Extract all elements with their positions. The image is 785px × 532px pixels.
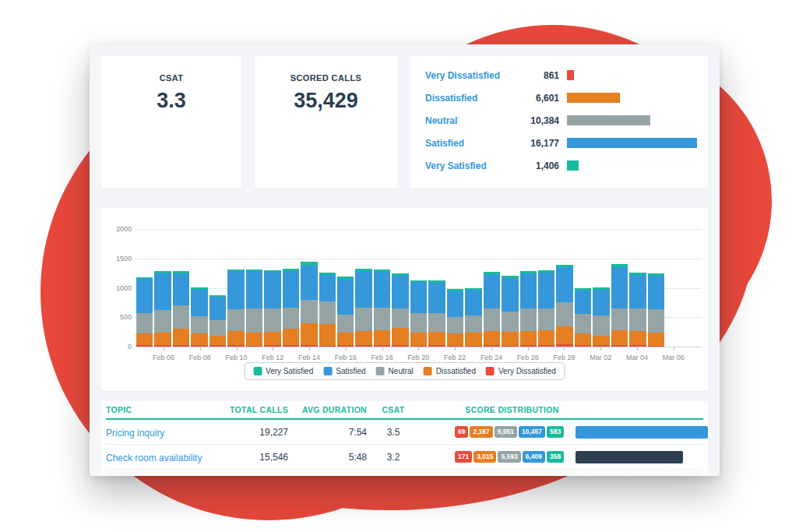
legend-swatch — [376, 367, 385, 375]
stacked-bar-feb-23[interactable] — [465, 288, 481, 347]
satisfaction-label-link[interactable]: Satisfied — [425, 138, 506, 149]
stacked-bar-mar-01[interactable] — [575, 288, 591, 347]
satisfaction-row: Dissatisfied6,601 — [425, 86, 699, 109]
satisfaction-label-link[interactable]: Dissatisfied — [425, 93, 506, 104]
stacked-bar-feb-27[interactable] — [538, 270, 554, 347]
legend-item-very-satisfied[interactable]: Very Satisfied — [253, 367, 313, 375]
legend-item-very-dissatisfied[interactable]: Very Dissatisfied — [486, 367, 556, 375]
kpi-label: SCORED CALLS — [255, 73, 397, 83]
x-axis-tick — [346, 347, 347, 351]
stacked-bar-feb-07[interactable] — [173, 271, 189, 347]
score-chip: 6,409 — [523, 451, 545, 463]
x-axis-tick-label: Feb 14 — [298, 354, 320, 361]
satisfaction-row: Very Satisfied1,406 — [425, 154, 699, 177]
stacked-bar-mar-05[interactable] — [648, 273, 664, 347]
stacked-bar-feb-26[interactable] — [520, 271, 537, 347]
stacked-bar-feb-12[interactable] — [264, 270, 280, 347]
bar-segment-neutral — [502, 312, 518, 332]
satisfaction-bar — [567, 138, 697, 148]
stacked-bar-plot: 2000150010005000Feb 06Feb 08Feb 10Feb 12… — [136, 229, 702, 347]
bar-segment-satisfied — [611, 267, 628, 308]
stacked-bar-feb-17[interactable] — [355, 269, 371, 347]
satisfaction-value: 861 — [506, 70, 559, 81]
stacked-bar-feb-18[interactable] — [374, 270, 390, 347]
stacked-bar-feb-25[interactable] — [502, 276, 518, 347]
x-axis-tick — [600, 347, 601, 351]
legend-swatch — [323, 367, 332, 375]
bar-segment-dissatisfied — [374, 330, 390, 345]
stacked-bar-feb-11[interactable] — [246, 270, 262, 347]
legend-item-dissatisfied[interactable]: Dissatisfied — [424, 367, 476, 375]
bar-segment-neutral — [465, 315, 481, 333]
bar-segment-dissatisfied — [154, 333, 171, 345]
legend-item-neutral[interactable]: Neutral — [376, 367, 414, 375]
total-calls-cell: 19,227 — [223, 427, 288, 438]
bar-segment-satisfied — [410, 282, 427, 313]
satisfaction-bar — [567, 160, 579, 171]
bar-segment-satisfied — [447, 291, 463, 317]
topic-bar-track — [576, 426, 708, 439]
satisfaction-label-link[interactable]: Very Dissatisfied — [425, 70, 506, 81]
bar-segment-neutral — [410, 313, 427, 333]
score-distribution-cell: 1713,0155,5936,409358 — [420, 451, 569, 463]
x-axis-tick-label: Feb 28 — [553, 354, 575, 361]
legend-label: Very Satisfied — [266, 367, 313, 375]
x-axis-tick-label: Mar 02 — [590, 354, 611, 361]
stacked-bar-feb-22[interactable] — [447, 289, 463, 347]
bar-segment-satisfied — [428, 283, 445, 313]
x-axis-tick-label: Feb 18 — [371, 354, 393, 361]
x-axis-tick — [164, 347, 164, 351]
bar-segment-dissatisfied — [136, 333, 153, 345]
stacked-bar-feb-13[interactable] — [283, 269, 299, 347]
satisfaction-label-link[interactable]: Very Satisfied — [425, 160, 506, 171]
x-axis-tick — [528, 347, 529, 351]
stacked-bar-feb-14[interactable] — [301, 262, 317, 347]
topic-link[interactable]: Pricing inquiry — [106, 428, 164, 439]
kpi-label: CSAT — [101, 73, 241, 83]
topic-cell: Pricing inquiry — [106, 425, 223, 439]
satisfaction-bar-track — [567, 160, 699, 171]
legend-item-satisfied[interactable]: Satisfied — [323, 367, 365, 375]
stacked-bar-feb-10[interactable] — [227, 270, 244, 347]
y-axis-tick-label: 500 — [104, 313, 132, 321]
stacked-bar-feb-08[interactable] — [191, 287, 207, 347]
y-axis-tick-label: 1000 — [104, 284, 132, 292]
bar-segment-dissatisfied — [301, 323, 317, 345]
stacked-bar-feb-06[interactable] — [154, 271, 171, 347]
stacked-bar-feb-05[interactable] — [136, 277, 153, 347]
stacked-bar-feb-15[interactable] — [319, 273, 336, 347]
topic-volume-bar — [576, 476, 672, 477]
x-axis-tick-label: Feb 22 — [444, 354, 466, 361]
bar-segment-satisfied — [538, 273, 554, 308]
stacked-bar-feb-21[interactable] — [428, 280, 445, 347]
stacked-bar-feb-09[interactable] — [209, 295, 226, 347]
x-axis-tick — [273, 347, 273, 351]
stacked-bar-feb-16[interactable] — [337, 277, 354, 347]
bar-segment-satisfied — [337, 279, 354, 314]
stacked-bar-feb-20[interactable] — [410, 280, 427, 347]
bar-segment-dissatisfied — [648, 333, 664, 346]
bar-segment-neutral — [520, 308, 537, 331]
stacked-bar-mar-03[interactable] — [611, 264, 628, 347]
stacked-bar-feb-19[interactable] — [392, 273, 408, 347]
bar-segment-neutral — [428, 313, 445, 332]
bars-group — [136, 229, 664, 347]
legend-swatch — [253, 367, 262, 375]
score-chip: 69 — [455, 426, 468, 438]
satisfaction-label-link[interactable]: Neutral — [425, 115, 506, 126]
stacked-bar-mar-04[interactable] — [629, 273, 646, 347]
stacked-bar-mar-02[interactable] — [593, 287, 609, 347]
table-header-topic: TOPIC — [106, 405, 223, 414]
bar-segment-dissatisfied — [629, 331, 646, 345]
bar-segment-dissatisfied — [283, 329, 299, 345]
stacked-bar-feb-24[interactable] — [484, 272, 500, 347]
satisfaction-bar-track — [567, 93, 699, 103]
legend-swatch — [486, 367, 495, 375]
topic-link[interactable]: Check room availability — [106, 453, 202, 463]
stacked-bar-feb-28[interactable] — [556, 265, 572, 347]
legend-label: Neutral — [389, 367, 414, 375]
satisfaction-bar-track — [567, 115, 699, 125]
bar-segment-satisfied — [593, 290, 609, 315]
satisfaction-row: Neutral10,384 — [425, 109, 699, 132]
legend-label: Satisfied — [336, 367, 365, 375]
